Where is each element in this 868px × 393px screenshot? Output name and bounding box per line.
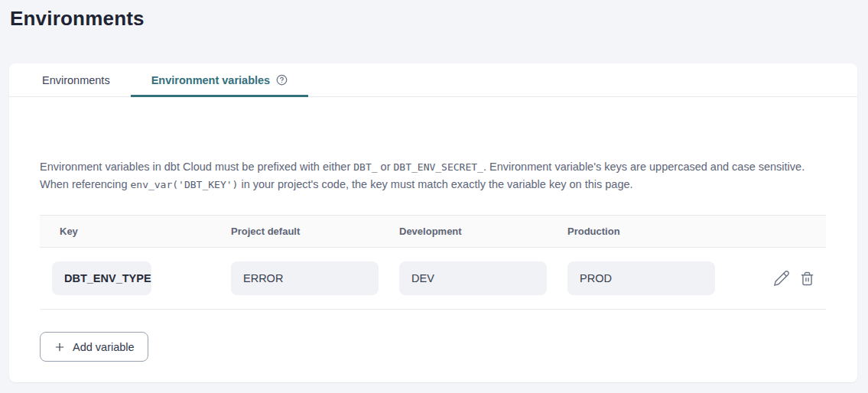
code-dbt-prefix: DBT_: [353, 161, 377, 173]
help-circle-icon[interactable]: [276, 74, 288, 86]
description-text: Environment variables in dbt Cloud must …: [40, 161, 353, 173]
key-value-pill: DBT_ENV_TYPE: [52, 261, 151, 295]
column-header-development: Development: [399, 226, 567, 237]
delete-variable-button[interactable]: [800, 271, 814, 286]
description-text: in your project's code, the key must mat…: [238, 178, 632, 190]
tab-environment-variables-label: Environment variables: [151, 74, 271, 86]
column-header-project-default: Project default: [231, 226, 399, 237]
plus-icon: [54, 341, 66, 353]
production-value-pill: PROD: [567, 261, 715, 295]
env-vars-table: Key Project default Development Producti…: [40, 215, 826, 310]
cell-project-default: ERROR: [231, 261, 399, 295]
cell-production: PROD: [567, 261, 734, 295]
add-variable-button[interactable]: Add variable: [40, 332, 148, 362]
page-title: Environments: [10, 7, 145, 31]
cell-actions: [734, 270, 826, 287]
pencil-icon: [773, 270, 790, 287]
env-vars-description: Environment variables in dbt Cloud must …: [40, 158, 824, 193]
tab-environments-label: Environments: [42, 74, 110, 86]
add-variable-label: Add variable: [73, 341, 135, 353]
environments-card: Environments Environment variables Envir…: [9, 63, 857, 382]
table-header-row: Key Project default Development Producti…: [40, 215, 826, 248]
tab-bar: Environments Environment variables: [9, 63, 857, 97]
tab-environment-variables[interactable]: Environment variables: [131, 63, 309, 96]
table-row: DBT_ENV_TYPE ERROR DEV PROD: [40, 248, 826, 310]
column-header-key: Key: [40, 226, 231, 237]
tab-environments[interactable]: Environments: [21, 63, 131, 96]
code-dbt-env-secret-prefix: DBT_ENV_SECRET_: [394, 161, 483, 173]
tab-panel-environment-variables: Environment variables in dbt Cloud must …: [9, 158, 857, 362]
development-value-pill: DEV: [399, 261, 547, 295]
description-text: or: [378, 161, 394, 173]
edit-variable-button[interactable]: [773, 270, 790, 287]
project-default-value-pill: ERROR: [231, 261, 379, 295]
cell-development: DEV: [399, 261, 567, 295]
code-env-var-example: env_var('DBT_KEY'): [130, 179, 238, 190]
cell-key: DBT_ENV_TYPE: [40, 261, 231, 295]
column-header-production: Production: [567, 226, 734, 237]
trash-icon: [800, 271, 814, 286]
